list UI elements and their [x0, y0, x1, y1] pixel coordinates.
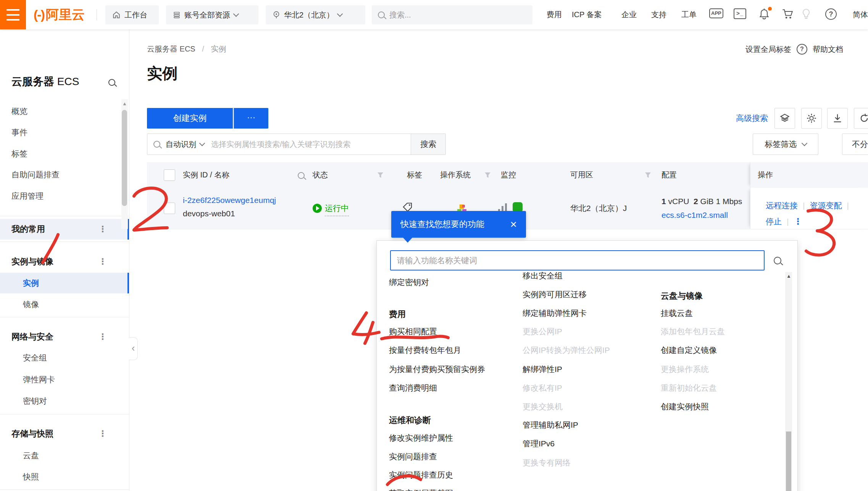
search-icon[interactable] — [774, 257, 781, 264]
popup-item[interactable]: 创建实例快照 — [661, 401, 709, 412]
chevron-down-icon[interactable] — [199, 140, 205, 146]
sidebar-search-icon[interactable] — [108, 79, 115, 86]
kebab-menu-icon[interactable]: ⋮ — [98, 251, 107, 272]
popup-item[interactable]: 解绑弹性IP — [523, 364, 562, 375]
scroll-up-arrow[interactable]: ▲ — [786, 273, 791, 279]
nav-tickets[interactable]: 工单 — [681, 0, 697, 29]
nav-icp[interactable]: ICP 备案 — [572, 0, 602, 29]
popup-item[interactable]: 管理辅助私网IP — [523, 420, 578, 430]
sidebar-item-key-pairs[interactable]: 密钥对 — [0, 391, 129, 411]
popup-item[interactable]: 绑定辅助弹性网卡 — [523, 308, 587, 319]
more-actions-kebab-icon[interactable]: ⋮ — [794, 217, 802, 226]
help-icon[interactable]: ? — [825, 8, 837, 20]
popup-item[interactable]: 挂载云盘 — [661, 308, 693, 319]
sidebar-item-disks[interactable]: 云盘 — [0, 445, 129, 466]
workbench-button[interactable]: 工作台 — [105, 5, 159, 24]
popup-item[interactable]: 为按量付费购买预留实例券 — [389, 364, 485, 375]
sidebar-item-enis[interactable]: 弹性网卡 — [0, 369, 129, 390]
instance-search-input[interactable] — [210, 140, 411, 149]
help-doc-link[interactable]: 帮助文档 — [813, 44, 843, 55]
popup-item[interactable]: 修改实例维护属性 — [389, 433, 453, 443]
column-search-icon[interactable] — [298, 172, 305, 179]
refresh-button[interactable] — [854, 108, 868, 129]
sidebar-item-images[interactable]: 镜像 — [0, 294, 129, 315]
lightbulb-icon[interactable] — [802, 8, 811, 21]
popup-item[interactable]: 获取实例屏幕截图 — [389, 488, 453, 491]
row-checkbox[interactable] — [164, 203, 175, 214]
popup-item-buy-same-config[interactable]: 购买相同配置 — [389, 326, 437, 337]
popup-item[interactable]: 管理IPv6 — [523, 438, 555, 449]
instance-type-link[interactable]: ecs.s6-c1m2.small — [661, 211, 728, 220]
sidebar-section-network-security[interactable]: 网络与安全 ⋮ — [0, 327, 129, 347]
select-all-checkbox[interactable] — [164, 169, 175, 181]
panel-scrollbar[interactable]: ▲ — [785, 272, 792, 491]
sidebar-item-security-groups[interactable]: 安全组 — [0, 348, 129, 368]
sidebar-item-events[interactable]: 事件 — [0, 122, 129, 143]
sidebar-item-app-management[interactable]: 应用管理 — [0, 186, 129, 206]
status-text[interactable]: 运行中 — [325, 203, 349, 216]
nav-enterprise[interactable]: 企业 — [621, 0, 637, 29]
feature-search-input[interactable] — [390, 250, 765, 270]
popup-item[interactable]: 实例问题排查历史 — [389, 470, 453, 480]
popup-item[interactable]: 移出安全组 — [523, 270, 563, 281]
instance-id-link[interactable]: i-2ze6f225owewge1eumqj — [183, 196, 276, 205]
sidebar-item-tags[interactable]: 标签 — [0, 143, 129, 164]
chevron-down-icon — [801, 140, 807, 146]
popup-item[interactable]: 绑定密钥对 — [389, 277, 429, 288]
popup-item[interactable]: 实例跨可用区迁移 — [523, 289, 587, 300]
set-global-tags-link[interactable]: 设置全局标签 — [745, 44, 791, 55]
sidebar-item-troubleshooting[interactable]: 自助问题排查 — [0, 164, 129, 185]
filter-icon[interactable] — [377, 172, 384, 179]
search-mode-selector[interactable]: 自动识别 — [166, 139, 196, 150]
all-resources-dropdown[interactable]: 账号全部资源 — [166, 5, 258, 24]
stop-link[interactable]: 停止 — [766, 217, 782, 226]
breadcrumb-ecs[interactable]: 云服务器 ECS — [147, 45, 195, 53]
hamburger-menu-icon[interactable] — [0, 0, 26, 29]
cart-icon[interactable] — [782, 8, 793, 21]
aliyun-logo[interactable]: (-)阿里云 — [34, 0, 85, 29]
close-icon[interactable]: × — [510, 219, 517, 230]
sidebar-item-overview[interactable]: 概览 — [0, 101, 129, 122]
kebab-menu-icon[interactable]: ⋮ — [98, 423, 107, 444]
sidebar-section-instances-images[interactable]: 实例与镜像 ⋮ — [0, 251, 129, 272]
popup-item[interactable]: 按量付费转包年包月 — [389, 345, 461, 356]
sidebar-scrollbar[interactable]: ▲ — [121, 99, 128, 229]
popup-item[interactable]: 查询消费明细 — [389, 383, 437, 393]
grouping-button[interactable]: 不分组 — [842, 134, 868, 155]
sidebar-item-snapshots[interactable]: 快照 — [0, 467, 129, 487]
app-icon[interactable]: APP — [709, 8, 723, 18]
notification-bell-icon[interactable] — [759, 8, 770, 21]
advanced-search-link[interactable]: 高级搜索 — [736, 113, 768, 124]
annotation-digit-4-stem — [365, 322, 373, 343]
nav-support[interactable]: 支持 — [651, 0, 666, 29]
search-submit-button[interactable]: 搜索 — [411, 134, 445, 155]
create-instance-button[interactable]: 创建实例 — [147, 108, 233, 129]
tag-filter-button[interactable]: 标签筛选 — [753, 134, 818, 155]
scrollbar-thumb[interactable] — [122, 110, 127, 206]
location-icon — [273, 11, 280, 19]
filter-icon[interactable] — [645, 172, 651, 179]
resize-link[interactable]: 资源变配 — [810, 201, 842, 210]
popup-item[interactable]: 创建自定义镜像 — [661, 345, 717, 356]
sidebar-item-favorites[interactable]: 我的常用 ⋮ — [0, 219, 129, 240]
scrollbar-thumb[interactable] — [786, 431, 791, 491]
filter-icon[interactable] — [484, 172, 491, 179]
sidebar-item-instances[interactable]: 实例 — [0, 273, 129, 293]
sidebar-collapse-handle[interactable]: ‹ — [129, 337, 138, 360]
batch-operations-button[interactable] — [774, 108, 795, 129]
settings-button[interactable] — [801, 108, 822, 129]
create-more-button[interactable]: ··· — [234, 108, 268, 129]
scroll-up-arrow[interactable]: ▲ — [122, 101, 127, 106]
tooltip-title: 快速查找您想要的功能 — [400, 219, 484, 230]
cloudshell-icon[interactable]: >_ — [734, 8, 746, 19]
sidebar-section-storage-snapshots[interactable]: 存储与快照 ⋮ — [0, 423, 129, 444]
kebab-menu-icon[interactable]: ⋮ — [98, 327, 107, 347]
nav-billing[interactable]: 费用 — [547, 0, 562, 29]
remote-connect-link[interactable]: 远程连接 — [766, 201, 798, 210]
global-search-input[interactable]: 搜索... — [372, 5, 532, 24]
kebab-menu-icon[interactable]: ⋮ — [98, 219, 107, 240]
export-button[interactable] — [827, 108, 848, 129]
region-dropdown[interactable]: 华北2（北京） — [266, 5, 365, 24]
language-selector[interactable]: 简体 — [853, 0, 868, 29]
popup-item[interactable]: 实例问题排查 — [389, 451, 437, 462]
